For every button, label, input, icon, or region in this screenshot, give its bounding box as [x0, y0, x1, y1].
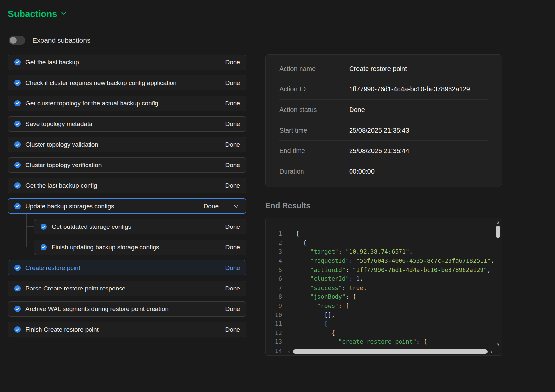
line-number: 2 [266, 239, 282, 246]
detail-row: Start time 25/08/2025 21:35:43 [279, 120, 488, 141]
subaction-child-item[interactable]: Finish updating backup storage configs D… [34, 240, 246, 255]
code-line: 5 "actionId": "1ff77990-76d1-4d4a-bc10-b… [266, 265, 502, 274]
detail-row: Action ID 1ff77990-76d1-4d4a-bc10-be3789… [279, 79, 488, 100]
subaction-item[interactable]: Get the last backup Done [8, 55, 246, 70]
code-text: [ [282, 230, 300, 237]
subaction-label: Update backup storages configs [25, 203, 114, 210]
subaction-label: Finish updating backup storage configs [52, 244, 159, 251]
subaction-item[interactable]: Cluster topology verification Done [8, 157, 246, 173]
line-number: 8 [266, 293, 282, 300]
subaction-status: Done [225, 326, 240, 333]
code-line: 12 { [266, 328, 502, 337]
subaction-children: Get outdated storage configs Done Finish… [8, 219, 246, 255]
subaction-label: Check if cluster requires new backup con… [25, 79, 177, 86]
subaction-item-expanded[interactable]: Update backup storages configs Done [8, 198, 246, 214]
subaction-item[interactable]: Parse Create restore point response Done [8, 281, 246, 296]
code-line: 10 [], [266, 310, 502, 319]
subaction-label: Get cluster topology for the actual back… [25, 100, 158, 107]
line-number: 11 [266, 320, 282, 327]
detail-row: Duration 00:00:00 [279, 161, 488, 181]
line-number: 13 [266, 338, 282, 345]
tree-connector-horizontal [26, 226, 34, 227]
line-number: 5 [266, 266, 282, 273]
action-details-card: Action name Create restore point Action … [265, 54, 502, 187]
chevron-down-icon[interactable] [60, 8, 67, 19]
subaction-item-selected[interactable]: Create restore point Done [8, 260, 246, 275]
line-number: 1 [266, 230, 282, 237]
check-circle-icon [14, 120, 21, 127]
code-text: [ [282, 320, 328, 327]
subaction-status: Done [225, 285, 240, 292]
subaction-status: Done [225, 244, 240, 251]
detail-row: Action status Done [279, 100, 488, 120]
code-text: "success": true, [282, 284, 367, 291]
check-circle-icon [14, 285, 21, 292]
vertical-scrollbar[interactable]: ∧ ∨ [495, 219, 501, 348]
subaction-item[interactable]: Get the last backup config Done [8, 178, 246, 193]
code-line: 3 "target": "10.92.38.74:6571", [266, 247, 502, 256]
subaction-item[interactable]: Finish Create restore point Done [8, 322, 246, 337]
subaction-status: Done [204, 203, 219, 210]
scroll-down-icon[interactable]: ∨ [495, 341, 501, 348]
check-circle-icon [14, 306, 21, 312]
check-circle-icon [40, 223, 47, 230]
tree-connector-horizontal [26, 247, 34, 247]
scroll-left-icon[interactable]: ‹ [286, 348, 292, 355]
toggle-label: Expand subactions [32, 37, 90, 44]
subaction-label: Archive WAL segments during restore poin… [25, 306, 169, 313]
detail-label: Action ID [279, 86, 349, 93]
detail-label: Action status [279, 106, 349, 114]
subaction-item[interactable]: Cluster topology validation Done [8, 137, 246, 152]
subaction-label: Parse Create restore point response [25, 285, 125, 292]
check-circle-icon [14, 100, 21, 107]
subaction-status: Done [225, 306, 240, 313]
subaction-label: Cluster topology validation [25, 141, 98, 148]
subaction-item[interactable]: Check if cluster requires new backup con… [8, 75, 246, 90]
line-number: 12 [266, 329, 282, 336]
subaction-item[interactable]: Get cluster topology for the actual back… [8, 96, 246, 111]
check-circle-icon [14, 203, 21, 210]
code-text: "clusterId": 1, [282, 275, 363, 282]
page-title: Subactions [8, 8, 67, 19]
detail-label: Action name [279, 65, 349, 72]
line-number: 9 [266, 302, 282, 309]
vertical-scrollbar-thumb[interactable] [496, 226, 500, 238]
subaction-label: Get the last backup [25, 59, 79, 66]
scroll-up-icon[interactable]: ∧ [495, 219, 501, 225]
code-line: 4 "requestId": "55f76043-4006-4535-8c7c-… [266, 256, 502, 265]
detail-value: 25/08/2025 21:35:44 [349, 147, 409, 155]
line-number: 7 [266, 284, 282, 291]
page-title-text: Subactions [8, 9, 57, 19]
check-circle-icon [14, 326, 21, 333]
code-line: 1[ [266, 229, 502, 238]
horizontal-scrollbar-thumb[interactable] [293, 349, 488, 354]
subaction-label: Get the last backup config [25, 182, 97, 189]
subaction-status: Done [225, 223, 240, 230]
expand-subactions-toggle[interactable] [9, 36, 25, 45]
subactions-list: Get the last backup Done Check if cluste… [8, 55, 246, 342]
scroll-right-icon[interactable]: › [488, 348, 495, 355]
detail-value: 1ff77990-76d1-4d4a-bc10-be378962a129 [349, 86, 470, 93]
detail-label: Start time [279, 127, 349, 134]
detail-row: Action name Create restore point [279, 58, 488, 79]
horizontal-scrollbar[interactable]: ‹ › [286, 348, 495, 355]
subaction-status: Done [225, 120, 240, 128]
end-results-title: End Results [265, 201, 311, 210]
subaction-child-item[interactable]: Get outdated storage configs Done [34, 219, 246, 234]
chevron-down-icon[interactable] [232, 202, 240, 210]
check-circle-icon [14, 141, 21, 148]
line-number: 10 [266, 311, 282, 318]
subaction-item[interactable]: Archive WAL segments during restore poin… [8, 301, 246, 317]
subaction-status: Done [225, 264, 240, 272]
subaction-item[interactable]: Save topology metadata Done [8, 116, 246, 132]
code-text: "target": "10.92.38.74:6571", [282, 248, 413, 255]
subaction-label: Cluster topology verification [25, 162, 102, 169]
detail-value: Create restore point [349, 65, 407, 72]
detail-row: End time 25/08/2025 21:35:44 [279, 141, 488, 161]
line-number: 14 [266, 347, 282, 354]
check-circle-icon [14, 264, 21, 271]
subaction-label: Create restore point [25, 264, 80, 272]
code-lines: 1[2 {3 "target": "10.92.38.74:6571",4 "r… [266, 218, 502, 355]
subaction-status: Done [225, 79, 240, 86]
code-text: [], [282, 311, 335, 318]
